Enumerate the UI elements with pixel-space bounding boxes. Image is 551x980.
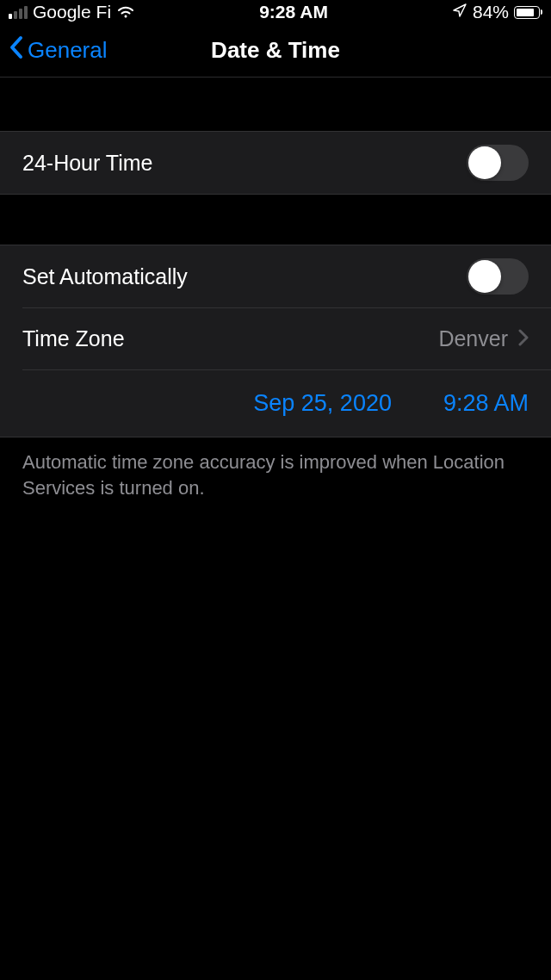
group-24hour: 24-Hour Time <box>0 131 551 195</box>
back-label: General <box>28 37 108 64</box>
row-time-zone[interactable]: Time Zone Denver <box>22 307 551 369</box>
spacer <box>0 78 551 131</box>
row-label-24hour: 24-Hour Time <box>22 151 152 176</box>
nav-bar: General Date & Time <box>0 24 551 78</box>
battery-icon <box>514 6 542 19</box>
row-date-time[interactable]: Sep 25, 2020 9:28 AM <box>22 369 551 437</box>
toggle-knob <box>468 260 501 293</box>
back-button[interactable]: General <box>9 35 108 65</box>
page-title: Date & Time <box>211 37 340 64</box>
toggle-24hour[interactable] <box>467 145 529 181</box>
time-value[interactable]: 9:28 AM <box>443 390 529 417</box>
toggle-knob <box>468 146 501 179</box>
content: 24-Hour Time Set Automatically Time Zone… <box>0 78 551 512</box>
cellular-signal-icon <box>9 5 28 19</box>
battery-percent: 84% <box>473 2 509 22</box>
status-right: 84% <box>452 2 542 22</box>
group-timezone: Set Automatically Time Zone Denver Sep 2… <box>0 245 551 437</box>
spacer <box>0 195 551 245</box>
timezone-value: Denver <box>438 326 508 351</box>
toggle-set-automatically[interactable] <box>467 258 529 295</box>
chevron-left-icon <box>9 35 24 65</box>
row-24hour-time: 24-Hour Time <box>0 132 551 194</box>
carrier-label: Google Fi <box>33 2 111 22</box>
status-left: Google Fi <box>9 2 135 22</box>
date-value[interactable]: Sep 25, 2020 <box>253 390 392 417</box>
chevron-right-icon <box>518 326 529 351</box>
row-label-set-auto: Set Automatically <box>22 264 188 289</box>
row-label-timezone: Time Zone <box>22 326 125 351</box>
status-bar: Google Fi 9:28 AM 84% <box>0 0 551 24</box>
status-time: 9:28 AM <box>259 2 328 22</box>
footer-note: Automatic time zone accuracy is improved… <box>0 437 551 512</box>
location-icon <box>452 3 467 22</box>
wifi-icon <box>116 3 135 22</box>
row-right: Denver <box>438 326 529 351</box>
row-set-automatically: Set Automatically <box>0 245 551 307</box>
